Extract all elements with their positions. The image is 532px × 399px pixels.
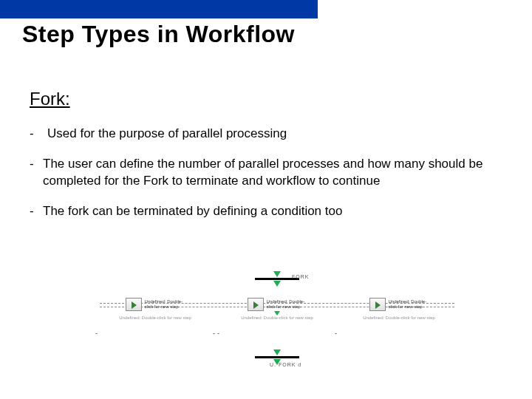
tick-mark: - xyxy=(213,330,215,337)
node-subcaption: Undefined: Double-click for new step xyxy=(222,316,332,320)
node-subcaption: Undefined: Double-click for new step xyxy=(344,316,454,320)
play-icon xyxy=(126,298,142,311)
bullet-dash: - xyxy=(30,156,43,190)
branch-node: - - Undefined: Double-click for new step… xyxy=(100,298,211,320)
play-icon xyxy=(248,298,264,311)
bullet-text: Used for the purpose of parallel process… xyxy=(43,126,502,143)
tick-mark: - xyxy=(217,330,219,337)
bullet-item: - The fork can be terminated by defining… xyxy=(30,203,502,220)
tick-mark: - xyxy=(95,330,98,337)
workflow-diagram: FORK - - Undefined: Double-click for new… xyxy=(92,270,462,373)
bullet-item: - The user can define the number of para… xyxy=(30,156,502,190)
join-label: U. FORK d xyxy=(270,362,301,367)
header-accent-bar xyxy=(0,0,318,18)
bullet-text: The fork can be terminated by defining a… xyxy=(43,203,502,220)
arrow-down-icon xyxy=(274,311,280,316)
node-subcaption: Undefined: Double-click for new step xyxy=(100,316,211,320)
branch-node: - - Undefined: Double-click for new step… xyxy=(222,298,332,320)
fork-label: FORK xyxy=(292,274,309,279)
bullet-dash: - xyxy=(30,126,43,143)
section-heading: Fork: xyxy=(30,89,502,109)
node-caption: Undefined: Double-click for new step xyxy=(145,299,185,309)
branch-node: Undefined: Double-click for new step Und… xyxy=(344,298,454,320)
play-icon xyxy=(369,298,386,311)
slide-title: Step Types in Workflow xyxy=(22,21,295,48)
slide-content: Fork: - Used for the purpose of parallel… xyxy=(30,89,502,233)
tick-mark: - xyxy=(335,330,337,337)
bullet-text: The user can define the number of parall… xyxy=(43,156,502,190)
node-caption: Undefined: Double-click for new step xyxy=(389,299,429,309)
bullet-item: - Used for the purpose of parallel proce… xyxy=(30,126,502,143)
bullet-dash: - xyxy=(30,203,43,220)
node-caption: Undefined: Double-click for new step xyxy=(267,299,307,309)
